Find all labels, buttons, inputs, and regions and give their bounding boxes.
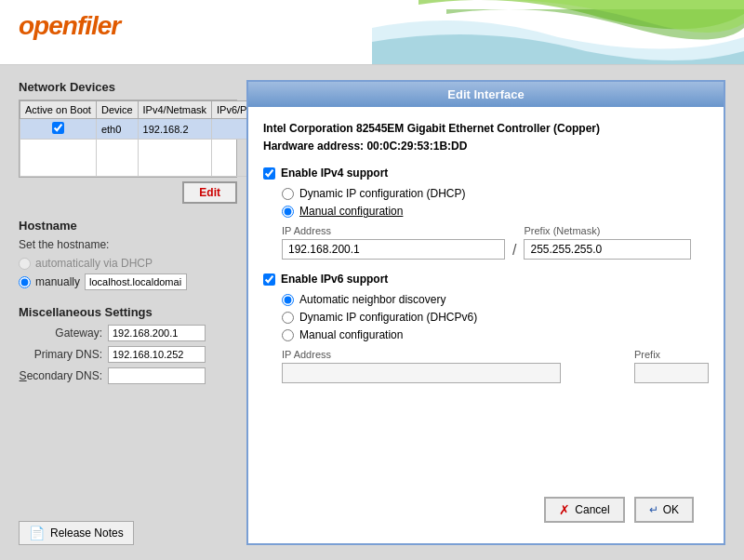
ipv6-checkbox-row: Enable IPv6 support [263,273,709,286]
ipv4-options: Dynamic IP configuration (DHCP) Manual c… [263,187,709,218]
ipv6-options: Automatic neighbor discovery Dynamic IP … [263,293,709,341]
ip-address-group: IP Address [282,225,505,260]
network-devices-table: Active on Boot Device IPv4/Netmask IPv6/… [20,100,272,177]
hostname-title: Hostname [19,219,237,233]
ipv4-manual-option: Manual configuration [282,205,709,218]
ipv6-enable-checkbox[interactable] [263,273,275,286]
secondary-dns-label-rest: econdary DNS: [27,369,102,382]
ip-address-label: IP Address [282,225,505,236]
empty-cell-2 [96,140,138,177]
cancel-button[interactable]: ✗ Cancel [544,497,624,523]
hostname-section: Hostname Set the hostname: automatically… [19,219,237,290]
edit-btn-row: Edit [19,181,237,204]
gateway-label: Gateway: [19,327,102,340]
ipv4-dhcp-radio[interactable] [282,188,294,200]
cancel-label: Cancel [575,503,609,516]
separator: / [512,242,516,259]
col-ipv4: IPv4/Netmask [138,101,211,119]
primary-dns-input[interactable] [108,346,206,363]
hostname-input[interactable] [85,273,187,290]
table-row[interactable]: eth0 192.168.2 [20,119,272,140]
dhcp-label: automatically via DHCP [35,257,153,270]
main-content: Network Devices Active on Boot Device IP… [0,65,744,560]
network-devices-section: Network Devices Active on Boot Device IP… [19,80,237,204]
ipv6-ip-label: IP Address [282,349,561,360]
ipv4-dhcp-option: Dynamic IP configuration (DHCP) [282,187,709,200]
ipv4-enable-checkbox[interactable] [263,167,275,180]
manual-radio[interactable] [19,276,31,288]
ipv4-checkbox-row: Enable IPv4 support [263,167,709,180]
ok-label: OK [663,503,679,516]
edit-dialog: Edit Interface Intel Corporation 82545EM… [246,80,725,545]
network-devices-table-container: Active on Boot Device IPv4/Netmask IPv6/… [19,100,237,178]
logo: openfiler [19,11,120,41]
document-icon: 📄 [29,526,45,540]
empty-cell-1 [20,140,97,177]
hardware-address: Hardware address: 00:0C:29:53:1B:DD [263,138,709,155]
device-name: Intel Corporation 82545EM Gigabit Ethern… [263,120,709,138]
ipv4-manual-label: Manual configuration [299,205,403,218]
dhcp-radio-row: automatically via DHCP [19,257,237,270]
ipv6-prefix-input[interactable] [634,363,709,383]
hostname-label: Set the hostname: [19,238,237,251]
manual-label: manually [35,275,80,288]
ipv6-auto-label: Automatic neighbor discovery [299,293,445,306]
netmask-group: Prefix (Netmask) [524,225,691,260]
dialog-title: Edit Interface [447,87,524,101]
ok-icon: ↵ [649,503,658,516]
cancel-icon: ✗ [559,502,570,517]
ip-fields-row: IP Address / Prefix (Netmask) [263,225,709,260]
ipv6-prefix-label: Prefix [634,349,709,360]
left-panel: Network Devices Active on Boot Device IP… [19,80,237,545]
ipv6-manual-radio[interactable] [282,329,294,341]
header-decoration [372,0,744,65]
device-cell: eth0 [96,119,138,140]
netmask-input[interactable] [524,239,691,260]
ipv6-prefix-group: Prefix [634,349,709,383]
gateway-row: Gateway: [19,325,237,341]
ipv6-dhcp-option: Dynamic IP configuration (DHCPv6) [282,311,709,324]
ipv6-dhcp-label: Dynamic IP configuration (DHCPv6) [299,311,477,324]
edit-button[interactable]: Edit [182,181,237,204]
ipv4-section: Enable IPv4 support Dynamic IP configura… [263,167,709,260]
ipv6-manual-option: Manual configuration [282,328,709,341]
ip-address-input[interactable] [282,239,505,260]
ipv4-checkbox-label: Enable IPv4 support [281,167,388,180]
primary-dns-row: Primary DNS: [19,346,237,363]
header: openfiler [0,0,744,65]
secondary-dns-label: Secondary DNS: [19,369,102,382]
network-devices-title: Network Devices [19,80,237,94]
dialog-title-bar: Edit Interface [248,82,724,107]
dialog-footer: ✗ Cancel ↵ OK [263,489,709,530]
ipv4-cell: 192.168.2 [138,119,211,140]
release-notes-label: Release Notes [50,527,124,540]
netmask-label: Prefix (Netmask) [524,225,691,236]
misc-title: Miscellaneous Settings [19,305,237,319]
ipv6-auto-radio[interactable] [282,294,294,306]
dialog-body: Intel Corporation 82545EM Gigabit Ethern… [248,107,724,543]
active-on-boot-checkbox[interactable] [52,122,64,134]
device-info: Intel Corporation 82545EM Gigabit Ethern… [263,120,709,155]
secondary-dns-input[interactable] [108,367,206,384]
dhcp-radio[interactable] [19,258,31,270]
ipv6-auto-option: Automatic neighbor discovery [282,293,709,306]
ipv6-checkbox-label: Enable IPv6 support [281,273,388,286]
ipv6-ip-row: IP Address Prefix [263,349,709,383]
ipv6-address-group: IP Address [282,349,561,383]
col-active-on-boot: Active on Boot [20,101,97,119]
active-on-boot-checkbox-cell[interactable] [20,119,97,140]
ipv4-manual-radio[interactable] [282,206,294,218]
release-notes-button[interactable]: 📄 Release Notes [19,521,134,545]
ipv6-section: Enable IPv6 support Automatic neighbor d… [263,273,709,383]
ipv6-address-input[interactable] [282,363,561,383]
secondary-dns-label-text: S [20,369,27,382]
col-device: Device [96,101,138,119]
ipv6-manual-label: Manual configuration [299,328,403,341]
primary-dns-label: Primary DNS: [19,348,102,361]
empty-cell-3 [138,140,211,177]
gateway-input[interactable] [108,325,206,341]
misc-section: Miscellaneous Settings Gateway: Primary … [19,305,237,384]
ipv6-dhcp-radio[interactable] [282,312,294,324]
manual-radio-row: manually [19,273,237,290]
ok-button[interactable]: ↵ OK [634,497,694,523]
